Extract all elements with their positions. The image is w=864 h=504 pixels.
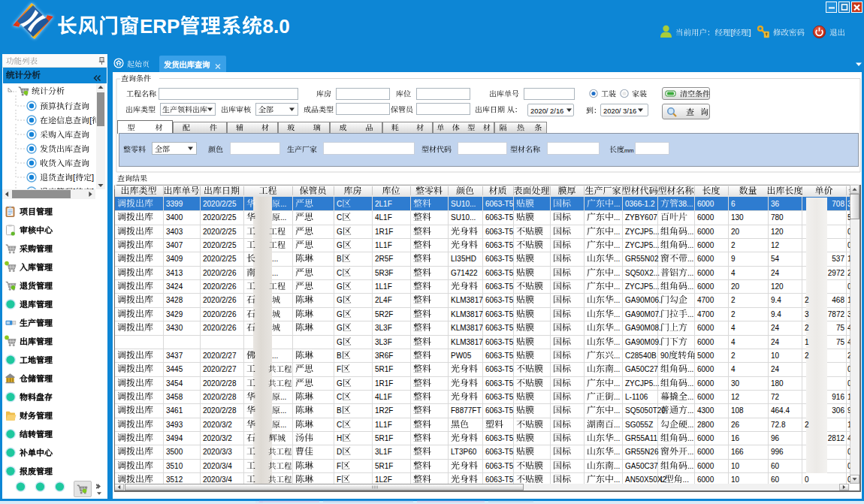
svg-text:4: 4 — [731, 269, 736, 277]
svg-text:3454: 3454 — [166, 379, 183, 388]
svg-text:38...: 38... — [678, 200, 693, 208]
svg-text:123: 123 — [847, 393, 860, 401]
svg-text:6063-T5: 6063-T5 — [485, 213, 514, 222]
svg-text:1R2F: 1R2F — [375, 406, 393, 415]
svg-text:24: 24 — [771, 269, 780, 277]
svg-text:...: ... — [280, 406, 286, 415]
svg-text:...: ... — [614, 379, 620, 388]
svg-text:3437: 3437 — [166, 352, 183, 360]
svg-text:2020/2/26: 2020/2/26 — [203, 310, 237, 318]
svg-text:GR55N02: GR55N02 — [625, 255, 659, 263]
svg-text:3428: 3428 — [166, 296, 183, 304]
svg-text:L-1106: L-1106 — [625, 393, 648, 401]
svg-text:2020/2/28: 2020/2/28 — [203, 379, 237, 388]
svg-text:GA90M06.: GA90M06. — [625, 296, 661, 304]
svg-text:326: 326 — [847, 310, 860, 318]
svg-text:F: F — [337, 365, 341, 373]
svg-text:]: ] — [92, 173, 94, 182]
svg-text:C28540B: C28540B — [625, 352, 657, 360]
svg-text:[: [ — [89, 116, 92, 125]
svg-text:PW05: PW05 — [451, 352, 472, 360]
svg-text:6000: 6000 — [697, 393, 714, 401]
svg-text:4700: 4700 — [697, 310, 714, 318]
svg-text:C: C — [337, 393, 342, 401]
svg-text:...: ... — [614, 338, 620, 346]
svg-text:6000: 6000 — [697, 228, 714, 236]
svg-text:36: 36 — [771, 200, 780, 208]
svg-text:0: 0 — [847, 462, 852, 470]
svg-text:6063-T5: 6063-T5 — [485, 269, 514, 277]
svg-text:...: ... — [272, 352, 278, 360]
svg-text:...: ... — [614, 462, 620, 470]
svg-text:708: 708 — [832, 200, 844, 208]
svg-text:24: 24 — [771, 338, 780, 346]
svg-text:3461: 3461 — [166, 406, 183, 415]
svg-text:...: ... — [614, 200, 620, 208]
svg-text:KLM3817: KLM3817 — [451, 324, 483, 332]
svg-text:12: 12 — [731, 393, 740, 401]
svg-text:0: 0 — [847, 365, 852, 373]
svg-text:90: 90 — [660, 352, 669, 360]
svg-text:G: G — [337, 296, 343, 304]
svg-text:6063-T5: 6063-T5 — [485, 296, 514, 304]
svg-text:75: 75 — [836, 324, 845, 332]
svg-text:60: 60 — [771, 462, 780, 470]
svg-text:2020/ 2/16: 2020/ 2/16 — [530, 107, 563, 115]
svg-text:2: 2 — [731, 352, 736, 360]
svg-text:1L2F: 1L2F — [375, 475, 392, 484]
svg-text:6000: 6000 — [697, 200, 714, 208]
svg-text:[: [ — [731, 28, 733, 37]
svg-text:3: 3 — [805, 310, 809, 318]
svg-text:6063-T5: 6063-T5 — [485, 393, 514, 401]
svg-text:...: ... — [687, 365, 693, 373]
svg-text:...: ... — [614, 448, 620, 456]
svg-text:G: G — [337, 228, 343, 236]
svg-text:6063-T5: 6063-T5 — [485, 255, 514, 263]
svg-text:535: 535 — [847, 213, 860, 222]
svg-text:20: 20 — [731, 228, 740, 236]
svg-text:3430: 3430 — [166, 324, 183, 332]
svg-text:...: ... — [687, 228, 693, 236]
svg-text:464.4: 464.4 — [771, 406, 790, 415]
svg-text:...: ... — [683, 475, 689, 484]
svg-text:]: ] — [748, 28, 751, 37]
svg-text:2020/2/25: 2020/2/25 — [203, 228, 237, 236]
svg-text:108: 108 — [731, 406, 744, 415]
svg-text:20: 20 — [731, 282, 740, 291]
svg-text:ZYCJP5...: ZYCJP5... — [625, 228, 660, 236]
svg-text:4: 4 — [731, 365, 736, 373]
svg-text:[: [ — [73, 173, 75, 182]
svg-text:ZYBY607: ZYBY607 — [625, 213, 657, 222]
svg-text:G: G — [337, 338, 343, 346]
svg-text:SQ5050T20: SQ5050T20 — [625, 406, 666, 415]
svg-text:...: ... — [614, 324, 620, 332]
svg-text:6063-T5: 6063-T5 — [485, 324, 514, 332]
svg-text:6000: 6000 — [697, 324, 714, 332]
svg-text:...: ... — [272, 269, 278, 277]
svg-text:G: G — [337, 310, 343, 318]
svg-text:GA90M08.: GA90M08. — [625, 324, 661, 332]
svg-text:H: H — [337, 434, 342, 442]
svg-text:GA90M09.: GA90M09. — [625, 338, 661, 346]
svg-text:4700: 4700 — [697, 296, 714, 304]
svg-text:G: G — [337, 282, 343, 291]
svg-text:2020/3/2: 2020/3/2 — [203, 421, 232, 429]
svg-text:LT3P60: LT3P60 — [451, 448, 477, 456]
svg-text:241: 241 — [847, 269, 860, 277]
svg-text:C: C — [337, 213, 342, 222]
svg-text:B: B — [337, 255, 342, 263]
svg-text:2020/2/27: 2020/2/27 — [203, 365, 237, 373]
svg-text:GA90M07.: GA90M07. — [625, 310, 661, 318]
svg-text:3494: 3494 — [166, 434, 183, 442]
svg-text:3424: 3424 — [166, 282, 183, 291]
svg-text:L: L — [660, 475, 665, 484]
svg-text:2020/2/25: 2020/2/25 — [203, 255, 237, 263]
svg-text:6063-T5: 6063-T5 — [485, 475, 514, 484]
svg-text:[: [ — [73, 187, 75, 196]
svg-text:24: 24 — [771, 365, 780, 373]
svg-text:24: 24 — [771, 324, 780, 332]
svg-text:...: ... — [687, 462, 693, 470]
svg-text:306: 306 — [847, 200, 860, 208]
svg-text:...: ... — [687, 434, 693, 442]
svg-text:3L1F: 3L1F — [375, 448, 392, 456]
